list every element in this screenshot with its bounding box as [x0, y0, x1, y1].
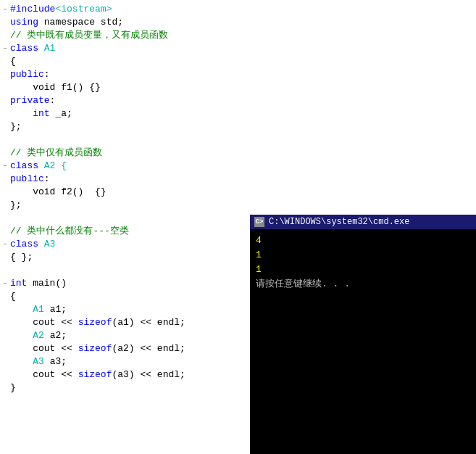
code-token: }; [10, 199, 22, 210]
code-line: { [0, 290, 239, 303]
code-token: a2; [44, 330, 67, 341]
gutter-symbol: - [0, 3, 10, 16]
code-line: { [0, 55, 239, 68]
code-content: class A1 [10, 42, 236, 55]
code-token: cout << [10, 369, 78, 380]
code-line: A2 a2; [0, 329, 239, 342]
code-token: <iostream> [55, 4, 112, 15]
code-line: -#include<iostream> [0, 3, 239, 16]
code-line: A1 a1; [0, 303, 239, 316]
code-content: { [10, 290, 236, 303]
code-line: // 类中什么都没有---空类 [0, 225, 239, 238]
code-editor: -#include<iostream>using namespace std;/… [0, 0, 239, 454]
code-token [10, 330, 33, 341]
code-content: cout << sizeof(a3) << endl; [10, 368, 236, 381]
code-line: // 类中仅有成员函数 [0, 146, 239, 160]
code-token: void f2() {} [10, 186, 107, 197]
code-token: a3; [44, 356, 67, 367]
code-token: void f1() {} [10, 82, 101, 93]
code-token: sizeof [78, 317, 112, 328]
code-token: (a2) << endl; [112, 343, 185, 354]
code-content: class A3 [10, 238, 236, 251]
code-token: cout << [10, 343, 78, 354]
code-token: a1; [44, 304, 67, 315]
code-token: // 类中仅有成员函数 [10, 147, 102, 158]
code-content: using namespace std; [10, 16, 236, 29]
cmd-icon: C> [254, 217, 264, 227]
code-content: // 类中既有成员变量，又有成员函数 [10, 29, 236, 42]
code-token: A1 [38, 43, 55, 54]
code-line: }; [0, 120, 239, 133]
code-token: int [10, 278, 27, 289]
code-content: private: [10, 94, 236, 107]
code-token [10, 356, 33, 367]
cmd-window: C> C:\WINDOWS\system32\cmd.exe 411请按任意键继… [250, 215, 476, 454]
code-line: cout << sizeof(a3) << endl; [0, 368, 239, 381]
code-token [10, 108, 33, 119]
code-line: int _a; [0, 107, 239, 120]
code-content: // 类中什么都没有---空类 [10, 225, 236, 238]
code-line: void f1() {} [0, 81, 239, 94]
code-content: class A2 { [10, 160, 236, 173]
code-token: using [10, 17, 38, 28]
cmd-output-line: 1 [256, 263, 470, 277]
code-token: sizeof [78, 369, 112, 380]
code-line: public: [0, 173, 239, 186]
gutter-symbol: - [0, 238, 10, 251]
gutter-symbol: - [0, 160, 10, 173]
gutter-symbol: - [0, 277, 10, 290]
cmd-body: 411请按任意键继续. . . [250, 229, 476, 296]
code-line: -class A2 { [0, 160, 239, 173]
code-token: { [10, 56, 16, 67]
code-content: A2 a2; [10, 329, 236, 342]
code-token: : [44, 69, 50, 80]
code-token: #include [10, 4, 55, 15]
code-content: int main() [10, 277, 236, 290]
code-content: public: [10, 68, 236, 81]
code-line: cout << sizeof(a2) << endl; [0, 342, 239, 355]
code-line: cout << sizeof(a1) << endl; [0, 316, 239, 329]
code-line: A3 a3; [0, 355, 239, 368]
code-token: { [10, 291, 16, 302]
code-token: // 类中什么都没有---空类 [10, 226, 129, 236]
cmd-output-line: 4 [256, 234, 470, 248]
code-token: private [10, 95, 50, 106]
code-token: // 类中既有成员变量，又有成员函数 [10, 30, 168, 41]
code-content: cout << sizeof(a2) << endl; [10, 342, 236, 355]
code-content: { }; [10, 251, 236, 264]
code-token [10, 304, 33, 315]
code-token: int [33, 108, 49, 119]
code-content: A1 a1; [10, 303, 236, 316]
code-token: } [10, 382, 16, 393]
code-token: cout << [10, 317, 78, 328]
code-token: A3 [33, 356, 44, 367]
code-token: { }; [10, 252, 33, 263]
code-token: public [10, 173, 44, 184]
code-line: private: [0, 94, 239, 107]
code-line: void f2() {} [0, 186, 239, 199]
cmd-output-line: 1 [256, 248, 470, 263]
gutter-symbol: - [0, 42, 10, 55]
code-token: class [10, 239, 38, 249]
code-line [0, 133, 239, 146]
code-token: class [10, 160, 38, 171]
code-line: }; [0, 199, 239, 212]
cmd-title: C:\WINDOWS\system32\cmd.exe [269, 217, 409, 227]
code-token: sizeof [78, 343, 112, 354]
code-line: -int main() [0, 277, 239, 290]
code-line [0, 212, 239, 225]
code-token: A3 [38, 239, 55, 249]
code-token: main() [27, 278, 67, 289]
code-token: A2 { [38, 160, 67, 171]
code-token: _a; [50, 108, 72, 119]
code-content: public: [10, 173, 236, 186]
code-line: public: [0, 68, 239, 81]
code-content: #include<iostream> [10, 3, 236, 16]
code-content: }; [10, 120, 236, 133]
code-token: (a1) << endl; [112, 317, 185, 328]
code-token: public [10, 69, 44, 80]
code-line [0, 264, 239, 277]
code-content: void f2() {} [10, 186, 236, 199]
code-content: // 类中仅有成员函数 [10, 146, 236, 160]
cmd-titlebar: C> C:\WINDOWS\system32\cmd.exe [250, 215, 476, 229]
